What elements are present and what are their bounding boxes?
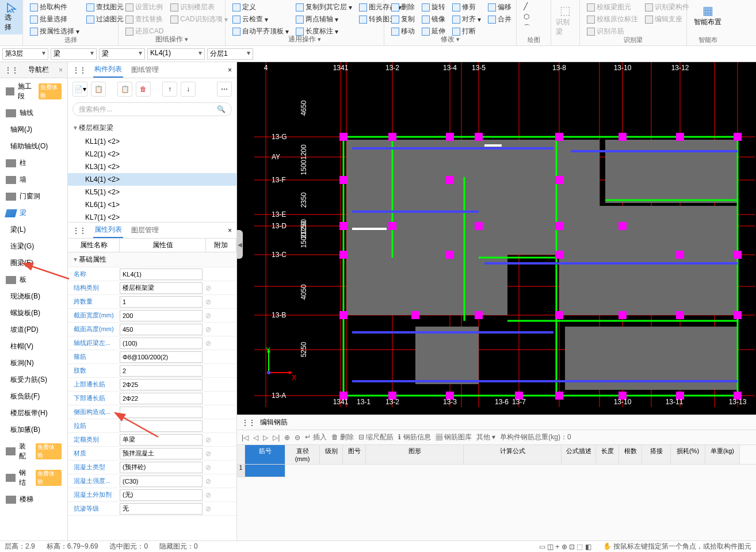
prop-input[interactable]: [120, 282, 203, 294]
nav-item-0[interactable]: 施工段免费体验: [0, 78, 67, 105]
nav-item-14[interactable]: 坡道(PD): [0, 321, 67, 338]
paste-button[interactable]: 📋: [117, 82, 132, 97]
prop-input[interactable]: [120, 407, 203, 418]
tree-section[interactable]: 楼层框架梁: [68, 121, 236, 135]
nav-item-15[interactable]: 柱帽(V): [0, 338, 67, 355]
mirror[interactable]: 镜像: [419, 13, 448, 25]
status-tool-icons[interactable]: ▭ ◫ + ⊕ ⊡ ⬚ ◧: [539, 543, 591, 551]
nav-item-17[interactable]: 板受力筋(S): [0, 371, 67, 388]
cad-canvas[interactable]: 4134113-213-413-513-813-1013-1213-GAY13-…: [237, 62, 756, 415]
category-select[interactable]: 梁: [51, 48, 97, 60]
info-btn[interactable]: ℹ 钢筋信息: [398, 432, 430, 442]
nav-last[interactable]: ▷|: [273, 434, 280, 442]
nav-item-23[interactable]: 楼梯: [0, 491, 67, 508]
prop-input[interactable]: [120, 351, 203, 363]
nav-item-11[interactable]: 板: [0, 271, 67, 288]
search-input[interactable]: 搜索构件... 🔍: [72, 102, 232, 116]
nav-item-9[interactable]: 连梁(G): [0, 238, 67, 255]
nav-item-7[interactable]: 梁: [0, 205, 67, 221]
prop-input[interactable]: [120, 489, 203, 501]
tab-component-list[interactable]: 构件列表: [93, 62, 123, 78]
offset[interactable]: 偏移: [486, 1, 514, 13]
delete[interactable]: 删除: [389, 1, 417, 13]
close-icon[interactable]: ×: [228, 66, 232, 74]
prop-input[interactable]: [120, 393, 203, 404]
nav-item-4[interactable]: 柱: [0, 155, 67, 171]
trim[interactable]: 修剪: [450, 1, 483, 13]
nav-item-12[interactable]: 现浇板(B): [0, 288, 67, 305]
sort-up-button[interactable]: ↑: [162, 82, 177, 97]
prop-input[interactable]: [120, 448, 203, 459]
delete-btn[interactable]: 🗑 删除: [331, 432, 354, 442]
tab-drawing-mgmt[interactable]: 图纸管理: [130, 63, 160, 77]
cloud-check[interactable]: 云检查 ▾: [230, 13, 291, 25]
delete-button[interactable]: 🗑: [136, 82, 151, 97]
prop-input[interactable]: [120, 503, 203, 515]
batch-select[interactable]: 批量选择: [28, 13, 82, 25]
nav-item-2[interactable]: 轴网(J): [0, 121, 67, 138]
prop-input[interactable]: [120, 310, 203, 321]
nav-item-19[interactable]: 楼层板带(H): [0, 405, 67, 421]
nav-item-21[interactable]: 装配免费体验: [0, 438, 67, 465]
lib-btn[interactable]: ▦ 钢筋图库: [436, 432, 472, 442]
copy-button[interactable]: 📋: [91, 82, 106, 97]
define[interactable]: 定义: [230, 1, 291, 13]
select-tool[interactable]: 选择: [0, 0, 22, 34]
rotate[interactable]: 旋转: [419, 1, 448, 13]
prop-input[interactable]: [120, 365, 203, 377]
component-select[interactable]: KL4(1): [147, 48, 205, 60]
close-icon[interactable]: ×: [59, 66, 63, 74]
poly-tool[interactable]: ⬡: [521, 12, 546, 22]
nav-prev[interactable]: ◁: [253, 434, 258, 442]
nav-item-8[interactable]: 梁(L): [0, 221, 67, 238]
floor-select[interactable]: 第3层: [2, 48, 48, 60]
arc-tool[interactable]: ⌒: [521, 22, 546, 34]
prop-input[interactable]: [120, 420, 203, 432]
insert-btn[interactable]: ↵ 插入: [305, 432, 326, 442]
cell-selected[interactable]: [245, 465, 285, 477]
merge[interactable]: 合并: [486, 13, 514, 25]
pick-component[interactable]: 拾取构件: [28, 1, 82, 13]
tree-item[interactable]: KL4(1) <2>: [68, 173, 236, 186]
nav-item-20[interactable]: 板加腋(B): [0, 421, 67, 438]
nav-item-16[interactable]: 板洞(N): [0, 355, 67, 371]
line-tool[interactable]: ╱: [521, 1, 546, 12]
tree-item[interactable]: KL5(1) <2>: [68, 186, 236, 198]
remove-row[interactable]: ⊖: [295, 434, 300, 442]
tree-item[interactable]: KL2(1) <2>: [68, 148, 236, 160]
nav-item-10[interactable]: 圈梁(E): [0, 255, 67, 271]
prop-input[interactable]: [120, 338, 203, 349]
nav-item-18[interactable]: 板负筋(F): [0, 388, 67, 405]
tree-item[interactable]: KL1(1) <2>: [68, 135, 236, 148]
nav-item-1[interactable]: 轴线: [0, 105, 67, 121]
tab-properties[interactable]: 属性列表: [93, 223, 123, 238]
close-icon[interactable]: ×: [228, 227, 232, 235]
prop-input[interactable]: [120, 434, 203, 446]
prop-input[interactable]: [120, 296, 203, 308]
smart-label[interactable]: 智能布置: [694, 17, 721, 27]
tree-item[interactable]: KL3(1) <2>: [68, 160, 236, 173]
nav-item-3[interactable]: 辅助轴线(O): [0, 138, 67, 155]
nav-item-22[interactable]: 钢结免费体验: [0, 465, 67, 491]
prop-input[interactable]: [120, 324, 203, 335]
prop-section-basic[interactable]: 基础属性: [68, 252, 236, 267]
nav-item-6[interactable]: 门窗洞: [0, 188, 67, 205]
prop-input[interactable]: [120, 462, 203, 473]
new-button[interactable]: 📄▾: [72, 82, 87, 97]
nav-item-5[interactable]: 墙: [0, 171, 67, 188]
scale-btn[interactable]: ⊟ 缩尺配筋: [358, 432, 394, 442]
copy-to-floor[interactable]: 复制到其它层 ▾: [293, 1, 354, 13]
tree-item[interactable]: KL7(1) <2>: [68, 211, 236, 222]
subcategory-select[interactable]: 梁: [99, 48, 145, 60]
expand-handle[interactable]: ◀: [237, 230, 243, 259]
nav-first[interactable]: |◁: [242, 434, 249, 442]
two-point-axis[interactable]: 两点辅轴 ▾: [293, 13, 354, 25]
prop-input[interactable]: [120, 269, 203, 280]
layer-select[interactable]: 分层1: [207, 48, 253, 60]
tab-layers[interactable]: 图层管理: [130, 223, 160, 237]
prop-input[interactable]: [120, 379, 203, 390]
more-button[interactable]: ⋯: [217, 82, 232, 97]
nav-item-13[interactable]: 螺旋板(B): [0, 305, 67, 321]
prop-input[interactable]: [120, 476, 203, 487]
nav-next[interactable]: ▷: [263, 434, 268, 442]
